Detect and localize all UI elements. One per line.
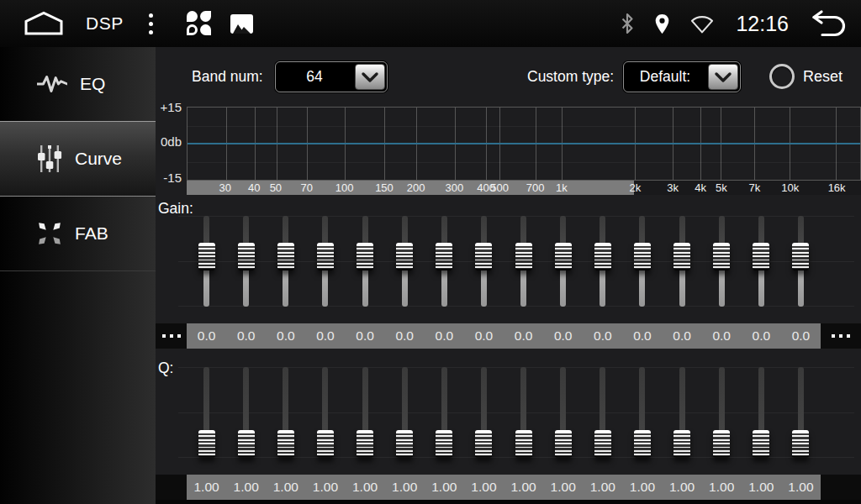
slider-handle[interactable] bbox=[277, 243, 294, 270]
fab-arrows-icon bbox=[37, 221, 62, 246]
gain-value: 0.0 bbox=[702, 323, 742, 349]
back-icon[interactable] bbox=[809, 9, 848, 38]
q-slider[interactable] bbox=[346, 367, 385, 458]
sidebar-item-curve[interactable]: Curve bbox=[0, 121, 156, 197]
slider-handle[interactable] bbox=[555, 243, 572, 270]
sidebar-item-eq[interactable]: EQ bbox=[0, 47, 156, 122]
custom-type-dropdown[interactable]: Default: bbox=[623, 61, 741, 92]
gain-slider[interactable] bbox=[543, 216, 583, 307]
gain-slider[interactable] bbox=[346, 216, 385, 307]
q-slider[interactable] bbox=[742, 367, 781, 458]
bluetooth-icon bbox=[621, 13, 634, 34]
gallery-icon[interactable] bbox=[230, 14, 253, 34]
overflow-menu-icon[interactable] bbox=[149, 13, 153, 34]
slider-handle[interactable] bbox=[753, 243, 769, 270]
slider-handle[interactable] bbox=[198, 430, 215, 458]
q-slider[interactable] bbox=[226, 367, 266, 458]
q-value: 1.00 bbox=[187, 475, 226, 500]
q-slider[interactable] bbox=[504, 367, 543, 458]
slider-handle[interactable] bbox=[357, 430, 373, 458]
sliders-icon bbox=[37, 144, 62, 174]
q-slider[interactable] bbox=[425, 367, 464, 458]
frequency-tick-label: 3k bbox=[667, 181, 679, 195]
slider-handle[interactable] bbox=[792, 430, 809, 458]
slider-handle[interactable] bbox=[515, 430, 532, 458]
slider-handle[interactable] bbox=[317, 430, 334, 458]
slider-handle[interactable] bbox=[436, 243, 452, 270]
gain-slider[interactable] bbox=[504, 216, 543, 307]
q-slider[interactable] bbox=[702, 367, 742, 458]
gain-value: 0.0 bbox=[385, 323, 425, 349]
slider-handle[interactable] bbox=[396, 430, 413, 458]
gain-more-left-button[interactable] bbox=[156, 323, 187, 349]
slider-handle[interactable] bbox=[515, 243, 532, 270]
gain-slider[interactable] bbox=[425, 216, 464, 307]
slider-handle[interactable] bbox=[634, 430, 651, 458]
sidebar-item-fab[interactable]: FAB bbox=[0, 197, 156, 271]
q-slider[interactable] bbox=[663, 367, 702, 458]
slider-handle[interactable] bbox=[594, 430, 611, 458]
frequency-tick-label: 16k bbox=[828, 181, 846, 195]
slider-handle[interactable] bbox=[238, 430, 255, 458]
frequency-tick-label: 150 bbox=[375, 181, 394, 195]
q-section-label: Q: bbox=[158, 360, 173, 377]
slider-handle[interactable] bbox=[238, 243, 255, 270]
q-slider[interactable] bbox=[583, 367, 622, 458]
frequency-tick-label: 300 bbox=[446, 181, 464, 195]
gain-slider[interactable] bbox=[781, 216, 821, 307]
slider-handle[interactable] bbox=[792, 243, 809, 270]
frequency-tick-label: 5k bbox=[716, 181, 727, 195]
reset-button[interactable]: Reset bbox=[769, 64, 843, 89]
eq-curve-plot[interactable] bbox=[187, 107, 861, 181]
gain-slider[interactable] bbox=[583, 216, 622, 307]
slider-handle[interactable] bbox=[634, 243, 651, 270]
gain-slider[interactable] bbox=[663, 216, 702, 307]
q-slider[interactable] bbox=[781, 367, 821, 458]
sidebar: EQ Curve FAB bbox=[0, 47, 156, 504]
custom-type-value: Default: bbox=[624, 68, 706, 86]
gain-slider[interactable] bbox=[187, 216, 226, 307]
y-axis-label-minus15: -15 bbox=[156, 171, 182, 185]
gain-slider[interactable] bbox=[266, 216, 305, 307]
gain-slider[interactable] bbox=[622, 216, 662, 307]
gain-slider[interactable] bbox=[464, 216, 504, 307]
slider-handle[interactable] bbox=[317, 243, 334, 270]
q-slider[interactable] bbox=[266, 367, 305, 458]
slider-handle[interactable] bbox=[713, 243, 730, 270]
q-slider[interactable] bbox=[622, 367, 662, 458]
slider-handle[interactable] bbox=[198, 243, 215, 270]
slider-handle[interactable] bbox=[673, 243, 690, 270]
page-title: DSP bbox=[86, 13, 124, 34]
slider-handle[interactable] bbox=[673, 430, 690, 458]
q-slider[interactable] bbox=[464, 367, 504, 458]
clock: 12:16 bbox=[736, 12, 789, 36]
reset-label: Reset bbox=[803, 68, 843, 86]
home-icon[interactable] bbox=[24, 11, 64, 36]
q-slider[interactable] bbox=[305, 367, 345, 458]
gain-slider[interactable] bbox=[305, 216, 345, 307]
slider-handle[interactable] bbox=[475, 430, 492, 458]
q-slider[interactable] bbox=[187, 367, 226, 458]
q-slider[interactable] bbox=[543, 367, 583, 458]
frequency-tick-label: 100 bbox=[335, 181, 354, 195]
slider-handle[interactable] bbox=[475, 243, 492, 270]
frequency-tick-label: 7k bbox=[748, 181, 760, 195]
apps-clover-icon[interactable] bbox=[187, 11, 212, 36]
q-value: 1.00 bbox=[504, 475, 543, 500]
band-num-dropdown[interactable]: 64 bbox=[275, 61, 388, 92]
slider-handle[interactable] bbox=[594, 243, 611, 270]
gain-slider[interactable] bbox=[702, 216, 742, 307]
slider-handle[interactable] bbox=[396, 243, 413, 270]
slider-handle[interactable] bbox=[713, 430, 730, 458]
slider-handle[interactable] bbox=[357, 243, 373, 270]
chevron-down-icon bbox=[708, 64, 738, 90]
gain-slider[interactable] bbox=[742, 216, 781, 307]
slider-handle[interactable] bbox=[277, 430, 294, 458]
slider-handle[interactable] bbox=[436, 430, 452, 458]
slider-handle[interactable] bbox=[555, 430, 572, 458]
slider-handle[interactable] bbox=[753, 430, 769, 458]
gain-slider[interactable] bbox=[385, 216, 425, 307]
gain-more-right-button[interactable] bbox=[821, 323, 861, 349]
gain-slider[interactable] bbox=[226, 216, 266, 307]
q-slider[interactable] bbox=[385, 367, 425, 458]
